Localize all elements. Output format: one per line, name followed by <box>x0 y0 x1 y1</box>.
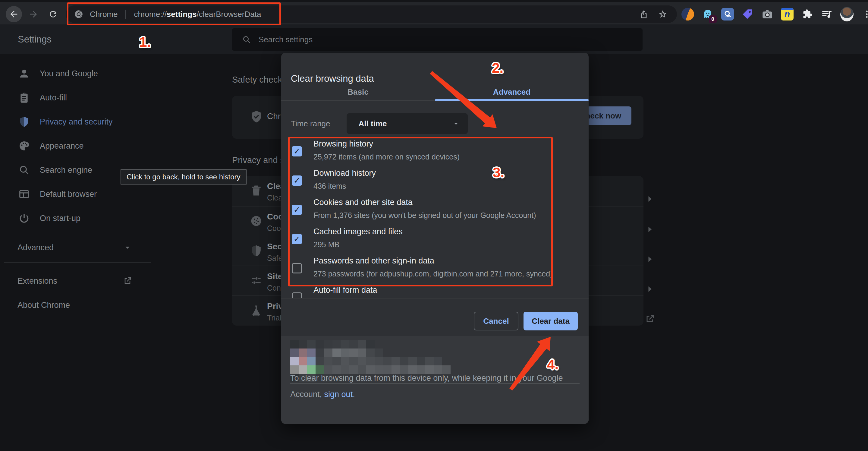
sidebar-item-label: Auto-fill <box>40 93 67 102</box>
trash-icon <box>250 184 263 197</box>
row-subtitle-fragment: Safe <box>267 254 282 263</box>
magnifier-icon <box>18 164 31 176</box>
time-range-select[interactable]: All time <box>347 113 468 134</box>
browser-window-icon <box>18 188 31 200</box>
dialog-title: Clear browsing data <box>291 73 374 84</box>
annotation-step-3: 3. <box>493 164 504 181</box>
time-range-row: Time range All time <box>291 113 468 134</box>
account-panel: To clear browsing data from this device … <box>281 336 589 424</box>
sidebar-item-on-start-up[interactable]: On start-up <box>0 206 151 230</box>
forward-button[interactable] <box>25 6 41 22</box>
chevron-right-icon <box>644 193 655 204</box>
playlist-extension-icon[interactable] <box>820 7 834 21</box>
bookmark-star-icon[interactable] <box>658 9 668 19</box>
chevron-right-icon <box>644 284 655 295</box>
person-icon <box>18 67 31 80</box>
annotation-step-1: 1. <box>139 34 151 50</box>
sidebar-divider <box>4 262 151 263</box>
active-tab-underline <box>435 99 589 101</box>
search-icon <box>242 35 251 44</box>
settings-search-input[interactable]: Search settings <box>232 28 643 51</box>
tab-basic[interactable]: Basic <box>281 83 435 101</box>
kebab-menu-icon[interactable] <box>860 7 868 21</box>
power-icon <box>18 212 31 224</box>
reload-button[interactable] <box>45 6 61 22</box>
sidebar-item-extensions[interactable]: Extensions <box>0 269 151 293</box>
sidebar-item-label: You and Google <box>40 69 98 79</box>
shield-icon <box>18 116 31 128</box>
tag-extension-icon[interactable] <box>741 7 754 21</box>
row-subtitle-fragment: Trial <box>267 313 281 322</box>
chevron-right-icon <box>644 224 655 235</box>
sidebar-item-default-browser[interactable]: Default browser <box>0 182 151 206</box>
sidebar-item-label: Default browser <box>40 190 97 199</box>
sidebar-item-you-and-google[interactable]: You and Google <box>0 61 151 86</box>
sidebar-item-auto-fill[interactable]: Auto-fill <box>0 86 151 110</box>
share-icon[interactable] <box>639 9 649 19</box>
clipboard-icon <box>18 92 31 104</box>
shield-check-icon <box>250 110 264 124</box>
ghostery-icon[interactable]: 0 <box>701 7 714 21</box>
sidebar-item-about-chrome[interactable]: About Chrome <box>0 293 151 317</box>
screenshot-root: Chrome chrome://settings/clearBrowserDat… <box>0 0 868 451</box>
list-footer-divider <box>281 298 589 298</box>
reload-icon <box>48 9 58 19</box>
back-button-tooltip: Click to go back, hold to see history <box>121 170 247 184</box>
forward-arrow-icon <box>28 9 38 19</box>
chevron-down-icon <box>121 243 134 252</box>
clear-data-button[interactable]: Clear data <box>524 312 578 330</box>
annotation-step-2: 2. <box>492 60 503 76</box>
select-caret-icon <box>452 119 461 128</box>
sliders-icon <box>250 274 263 287</box>
annotation-step-4: 4. <box>547 356 558 372</box>
sidebar: You and GoogleAuto-fillPrivacy and secur… <box>0 54 151 451</box>
sidebar-advanced-toggle[interactable]: Advanced <box>0 236 151 260</box>
palette-icon <box>18 140 31 152</box>
sidebar-item-label: Appearance <box>40 141 84 151</box>
sidebar-item-appearance[interactable]: Appearance <box>0 134 151 158</box>
flask-icon <box>250 304 263 317</box>
row-subtitle-fragment: Clea <box>267 193 282 202</box>
time-range-value: All time <box>359 119 387 128</box>
external-link-icon <box>644 313 655 324</box>
safety-row-text: Chr <box>267 112 281 121</box>
row-subtitle-fragment: Coo <box>267 224 281 233</box>
sidebar-item-label: Privacy and security <box>40 117 113 127</box>
camera-extension-icon[interactable] <box>761 7 774 21</box>
sidebar-item-label: Search engine <box>40 166 92 175</box>
extension-badge: 0 <box>709 16 717 23</box>
time-range-label: Time range <box>291 119 330 128</box>
settings-header: Settings Search settings <box>0 24 868 54</box>
cancel-button[interactable]: Cancel <box>474 312 518 330</box>
annotation-box-url <box>67 2 281 25</box>
back-button[interactable] <box>6 6 22 22</box>
extensions-bar: 0 n <box>677 5 868 23</box>
row-title-fragment: Site <box>267 272 282 281</box>
annotation-box-checkboxes <box>288 137 553 287</box>
sign-out-link[interactable]: sign out <box>324 390 353 399</box>
sidebar-item-privacy-and-security[interactable]: Privacy and security <box>0 110 151 134</box>
external-link-icon <box>121 276 134 286</box>
swirl-extension-icon[interactable] <box>681 7 694 21</box>
row-subtitle-fragment: Con <box>267 284 281 293</box>
chevron-right-icon <box>644 254 655 265</box>
profile-avatar[interactable] <box>840 7 854 21</box>
cookie-icon <box>250 214 263 228</box>
shield-half-icon <box>250 244 263 258</box>
tab-advanced[interactable]: Advanced <box>435 83 589 101</box>
puzzle-extensions-icon[interactable] <box>801 7 814 21</box>
search-app-icon[interactable] <box>721 7 734 21</box>
back-arrow-icon <box>9 9 19 19</box>
safety-check-heading: Safety check <box>232 75 282 85</box>
unchecked-checkbox[interactable] <box>292 293 302 298</box>
row-label: Auto-fill form data <box>313 285 377 295</box>
signout-note: To clear browsing data from this device … <box>290 370 592 402</box>
page-title: Settings <box>18 24 52 54</box>
sidebar-item-label: On start-up <box>40 214 81 223</box>
search-placeholder: Search settings <box>258 35 313 44</box>
note-extension-icon[interactable]: n <box>781 7 794 21</box>
